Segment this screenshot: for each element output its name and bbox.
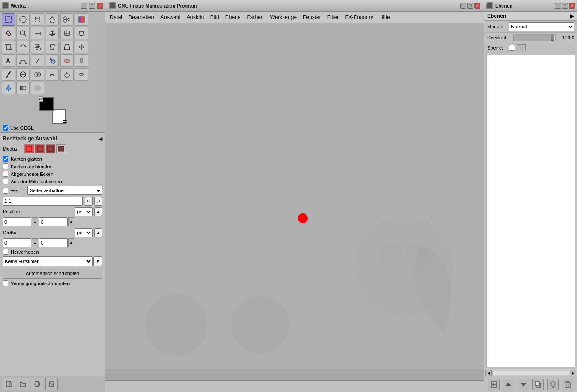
- delete-layer-btn[interactable]: [562, 379, 573, 390]
- vereinigung-checkbox[interactable]: [3, 280, 8, 286]
- opacity-slider[interactable]: [513, 34, 556, 41]
- canvas-area[interactable]: [105, 23, 484, 380]
- kanten-glaetten-checkbox[interactable]: [3, 156, 8, 162]
- menu-bild[interactable]: Bild: [208, 13, 222, 21]
- scroll-left-btn[interactable]: ◀: [485, 370, 492, 376]
- size-x-spin[interactable]: ▲: [32, 238, 38, 247]
- new-image-btn[interactable]: [3, 378, 15, 390]
- position-unit-select[interactable]: pxmm: [75, 207, 93, 216]
- blur-tool[interactable]: [31, 82, 44, 94]
- rotate-tool[interactable]: [16, 41, 30, 53]
- menu-auswahl[interactable]: Auswahl: [158, 13, 183, 21]
- flip-tool[interactable]: [75, 41, 88, 53]
- shear-tool[interactable]: [46, 41, 59, 53]
- ratio-input[interactable]: [3, 197, 83, 206]
- layers-collapse-btn[interactable]: ▶: [570, 13, 574, 19]
- color-picker-tool[interactable]: [2, 27, 15, 39]
- hilfslinien-select[interactable]: Keine Hilfslinien Drittel Goldener Schni…: [3, 256, 93, 266]
- menu-werkzeuge[interactable]: Werkzeuge: [267, 13, 299, 21]
- eraser-tool[interactable]: [60, 54, 74, 67]
- menu-datei[interactable]: Datei: [107, 13, 125, 21]
- scroll-track-h[interactable]: [492, 371, 569, 375]
- layers-minimize-btn[interactable]: _: [555, 3, 561, 9]
- menu-farben[interactable]: Farben: [244, 13, 267, 21]
- size-y-field[interactable]: [39, 238, 68, 247]
- foreground-select-tool[interactable]: [75, 13, 88, 26]
- dodge-burn-tool[interactable]: [60, 68, 74, 81]
- menu-ansicht[interactable]: Ansicht: [184, 13, 206, 21]
- new-layer-btn[interactable]: [488, 379, 500, 390]
- color-swatches[interactable]: ⇄ ↩: [39, 97, 66, 124]
- bucket-fill-tool[interactable]: [2, 82, 15, 94]
- layers-list[interactable]: [486, 55, 575, 367]
- hervorheben-checkbox[interactable]: [3, 249, 8, 255]
- main-maximize-btn[interactable]: □: [467, 3, 473, 9]
- blend-fill-tool[interactable]: [16, 82, 30, 94]
- size-y-spin[interactable]: ▲: [68, 238, 74, 247]
- scissors-select-tool[interactable]: [60, 13, 74, 26]
- use-gegl-checkbox[interactable]: [3, 125, 8, 131]
- pos-y-field[interactable]: [39, 217, 68, 226]
- smudge-tool[interactable]: [46, 68, 59, 81]
- paintbrush-tool[interactable]: [46, 54, 59, 67]
- fuzzy-select-tool[interactable]: [46, 13, 59, 26]
- raise-layer-btn[interactable]: [503, 379, 514, 390]
- layers-close-btn[interactable]: ✕: [569, 3, 575, 9]
- heal-tool[interactable]: [16, 68, 30, 81]
- mode-subtract-btn[interactable]: [46, 144, 55, 153]
- minimize-button[interactable]: _: [81, 3, 87, 9]
- quit-btn[interactable]: [45, 378, 58, 390]
- pos-y-spin[interactable]: ▲: [68, 217, 74, 226]
- rect-select-tool[interactable]: [2, 13, 15, 26]
- mode-add-btn[interactable]: [35, 144, 45, 153]
- menu-fenster[interactable]: Fenster: [300, 13, 324, 21]
- hilfslinien-spin[interactable]: ▼: [93, 256, 102, 266]
- align-tool[interactable]: [60, 27, 74, 39]
- abgerundete-ecken-checkbox[interactable]: [3, 171, 8, 177]
- ink-tool[interactable]: [2, 68, 15, 81]
- duplicate-layer-btn[interactable]: [532, 379, 544, 390]
- airbrush-tool[interactable]: [75, 54, 88, 67]
- menu-fx-foundry[interactable]: FX-Foundry: [342, 13, 376, 21]
- fest-checkbox[interactable]: [3, 188, 8, 194]
- tool-options-collapse[interactable]: ◀: [99, 136, 102, 142]
- ellipse-select-tool[interactable]: [16, 13, 30, 26]
- ratio-reset-btn[interactable]: ↺: [85, 197, 93, 206]
- layer-mode-select[interactable]: Normal Multiplizieren Bildschirm Überlag…: [509, 22, 574, 31]
- pos-x-field[interactable]: [3, 217, 31, 226]
- menu-filter[interactable]: Filter: [325, 13, 342, 21]
- main-minimize-btn[interactable]: _: [460, 3, 466, 9]
- reset-colors-icon[interactable]: ↩: [39, 96, 43, 102]
- position-unit-spin[interactable]: ▲: [94, 207, 102, 216]
- menu-hilfe[interactable]: Hilfe: [377, 13, 393, 21]
- clone-tool[interactable]: [31, 68, 44, 81]
- kanten-ausblenden-checkbox[interactable]: [3, 163, 8, 169]
- scale-tool[interactable]: [31, 41, 44, 53]
- crop-tool[interactable]: [2, 41, 15, 53]
- menu-ebene[interactable]: Ebene: [223, 13, 244, 21]
- maximize-button[interactable]: □: [89, 3, 95, 9]
- pos-x-spin[interactable]: ▲: [32, 217, 38, 226]
- mode-intersect-btn[interactable]: [56, 144, 66, 153]
- zoom-tool[interactable]: [16, 27, 30, 39]
- lock-pixels-checkbox[interactable]: [509, 45, 515, 51]
- anchor-layer-btn[interactable]: [547, 379, 559, 390]
- iwarp-tool[interactable]: [75, 68, 88, 81]
- ratio-swap-btn[interactable]: ⇄: [94, 197, 102, 206]
- text-tool[interactable]: A: [2, 54, 15, 67]
- cage-transform-tool[interactable]: [75, 27, 88, 39]
- free-select-tool[interactable]: [31, 13, 44, 26]
- layers-maximize-btn[interactable]: □: [562, 3, 568, 9]
- path-tool[interactable]: [16, 54, 30, 67]
- pencil-tool[interactable]: [31, 54, 44, 67]
- groesse-unit-spin[interactable]: ▲: [94, 228, 102, 237]
- perspective-tool[interactable]: [60, 41, 74, 53]
- mode-replace-btn[interactable]: [24, 144, 34, 153]
- scroll-right-btn[interactable]: ▶: [570, 370, 576, 376]
- open-location-btn[interactable]: [31, 378, 43, 390]
- measure-tool[interactable]: [31, 27, 44, 39]
- move-tool[interactable]: [46, 27, 59, 39]
- menu-bearbeiten[interactable]: Bearbeiten: [126, 13, 157, 21]
- lower-layer-btn[interactable]: [518, 379, 529, 390]
- aus-mitte-checkbox[interactable]: [3, 179, 8, 184]
